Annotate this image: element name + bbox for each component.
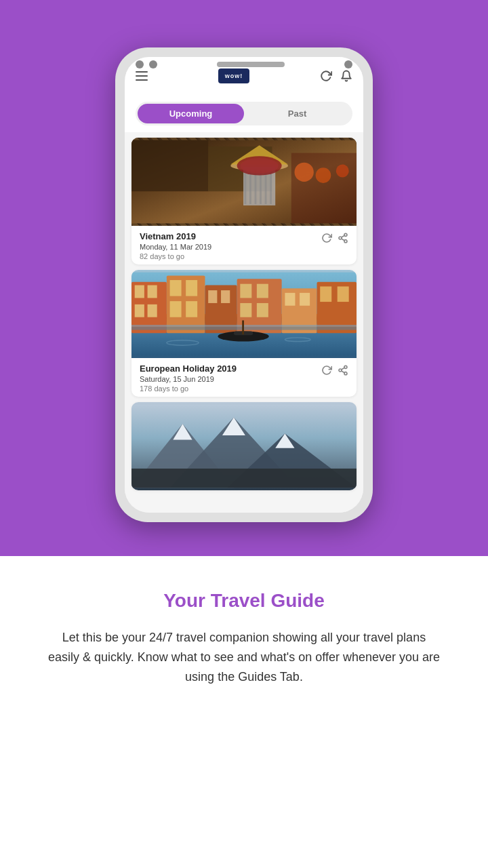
svg-rect-41 — [240, 303, 251, 317]
trip-info-venice: European Holiday 2019 Saturday, 15 Jun 2… — [131, 358, 357, 397]
svg-rect-40 — [257, 284, 268, 298]
svg-rect-44 — [285, 293, 295, 306]
phone-mockup: wow! — [115, 47, 373, 522]
svg-rect-1 — [131, 140, 208, 191]
trip-card-vietnam: Vietnam 2019 Monday, 11 Mar 2019 82 days… — [131, 138, 357, 264]
trip-list: Vietnam 2019 Monday, 11 Mar 2019 82 days… — [125, 132, 363, 513]
trip-refresh-icon-vietnam[interactable] — [321, 233, 332, 243]
phone-screen: wow! — [125, 57, 363, 513]
tab-past[interactable]: Past — [244, 104, 350, 123]
trip-share-icon-vietnam[interactable] — [338, 233, 348, 243]
speaker-bar — [217, 62, 285, 67]
camera-dot-right — [149, 60, 157, 68]
trip-name-vietnam: Vietnam 2019 — [140, 231, 321, 241]
bottom-section: Your Travel Guide Let this be your 24/7 … — [0, 556, 488, 868]
phone-hardware-top — [115, 47, 373, 81]
trip-image-vietnam — [131, 138, 357, 226]
svg-rect-47 — [320, 286, 331, 302]
svg-rect-28 — [135, 304, 144, 317]
svg-rect-29 — [148, 304, 157, 317]
tab-switcher: Upcoming Past — [125, 95, 363, 132]
trip-share-icon-venice[interactable] — [338, 365, 348, 376]
camera-group — [136, 60, 157, 68]
trip-date-venice: Saturday, 15 Jun 2019 — [140, 375, 321, 383]
svg-line-59 — [342, 371, 345, 373]
svg-rect-34 — [186, 301, 197, 317]
section-title: Your Travel Guide — [27, 590, 461, 612]
svg-line-60 — [342, 368, 345, 370]
trip-info-vietnam: Vietnam 2019 Monday, 11 Mar 2019 82 days… — [131, 226, 357, 264]
section-description: Let this be your 24/7 travel companion s… — [47, 628, 441, 686]
svg-point-13 — [240, 158, 279, 174]
trip-card-venice: European Holiday 2019 Saturday, 15 Jun 2… — [131, 270, 357, 397]
tab-upcoming[interactable]: Upcoming — [138, 104, 244, 123]
trip-details-vietnam: Vietnam 2019 Monday, 11 Mar 2019 82 days… — [140, 231, 321, 260]
trip-actions-vietnam — [321, 231, 348, 243]
trip-actions-venice — [321, 363, 348, 376]
trip-image-mountains — [131, 402, 357, 490]
svg-line-22 — [342, 235, 345, 237]
tab-row: Upcoming Past — [136, 102, 352, 125]
trip-card-mountains — [131, 402, 357, 490]
svg-rect-42 — [257, 303, 268, 317]
svg-rect-27 — [148, 285, 157, 298]
svg-rect-32 — [186, 280, 197, 296]
svg-rect-33 — [170, 301, 182, 317]
top-section: wow! — [0, 0, 488, 556]
svg-rect-37 — [221, 290, 230, 303]
camera-dot-left — [136, 60, 144, 68]
svg-point-15 — [295, 163, 314, 182]
svg-rect-48 — [338, 286, 349, 302]
svg-rect-68 — [131, 469, 357, 488]
trip-refresh-icon-venice[interactable] — [321, 365, 332, 376]
trip-image-venice — [131, 270, 357, 358]
svg-rect-39 — [240, 284, 251, 298]
svg-rect-45 — [300, 293, 310, 306]
svg-rect-31 — [170, 280, 182, 296]
trip-name-venice: European Holiday 2019 — [140, 363, 321, 374]
trip-countdown-venice: 178 days to go — [140, 384, 321, 393]
svg-point-16 — [316, 167, 331, 183]
svg-rect-36 — [208, 290, 217, 303]
trip-date-vietnam: Monday, 11 Mar 2019 — [140, 243, 321, 251]
svg-point-17 — [336, 165, 349, 178]
svg-rect-53 — [242, 320, 244, 334]
trip-details-venice: European Holiday 2019 Saturday, 15 Jun 2… — [140, 363, 321, 393]
front-camera — [344, 60, 352, 68]
phone-outer: wow! — [115, 47, 373, 522]
svg-line-21 — [342, 239, 345, 241]
svg-rect-26 — [135, 285, 144, 298]
trip-countdown-vietnam: 82 days to go — [140, 252, 321, 260]
